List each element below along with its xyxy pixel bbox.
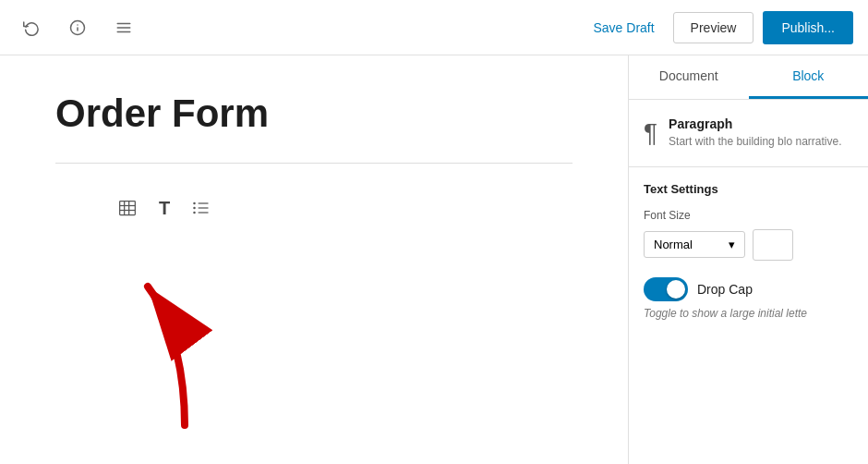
drop-cap-hint: Toggle to show a large initial lette — [644, 307, 853, 320]
editor-area: Order Form T — [0, 55, 628, 464]
info-button[interactable] — [61, 11, 94, 44]
block-desc: Start with the building blo narrative. — [669, 134, 841, 150]
svg-point-16 — [193, 212, 196, 214]
drop-cap-label: Drop Cap — [697, 282, 753, 297]
paragraph-icon: ¶ — [644, 118, 657, 148]
undo-button[interactable] — [15, 11, 48, 44]
page-title: Order Form — [55, 92, 573, 135]
font-size-label: Font Size — [644, 209, 853, 222]
text-settings-section: Text Settings Font Size Normal ▾ Drop Ca… — [629, 167, 868, 335]
list-icon-button[interactable] — [185, 191, 218, 225]
publish-button[interactable]: Publish... — [763, 11, 853, 44]
tab-document[interactable]: Document — [629, 55, 749, 99]
tab-block[interactable]: Block — [749, 55, 869, 99]
font-size-chevron-icon: ▾ — [729, 238, 735, 251]
top-bar: Save Draft Preview Publish... — [0, 0, 868, 55]
font-size-value: Normal — [654, 238, 693, 251]
toggle-knob — [667, 280, 685, 299]
block-name: Paragraph — [669, 116, 841, 131]
editor-divider — [55, 163, 573, 164]
menu-button[interactable] — [107, 11, 140, 44]
block-info-text: Paragraph Start with the building blo na… — [669, 116, 841, 150]
font-size-select[interactable]: Normal ▾ — [644, 231, 745, 258]
drop-cap-row: Drop Cap — [644, 277, 853, 301]
font-size-row: Normal ▾ — [644, 229, 853, 261]
save-draft-button[interactable]: Save Draft — [584, 15, 663, 41]
drop-cap-toggle[interactable] — [644, 277, 688, 301]
red-arrow — [92, 250, 277, 434]
main-layout: Order Form T — [0, 55, 868, 464]
text-icon-button[interactable]: T — [148, 191, 181, 225]
table-icon-button[interactable] — [111, 191, 144, 225]
block-toolbar: T — [111, 191, 628, 225]
text-settings-title: Text Settings — [644, 182, 853, 196]
block-info: ¶ Paragraph Start with the building blo … — [629, 100, 868, 167]
top-bar-left — [15, 11, 140, 44]
sidebar-tabs: Document Block — [629, 55, 868, 100]
top-bar-right: Save Draft Preview Publish... — [584, 11, 853, 44]
font-size-custom-input[interactable] — [753, 229, 793, 261]
svg-rect-6 — [120, 201, 136, 215]
svg-point-14 — [193, 202, 196, 205]
preview-button[interactable]: Preview — [673, 12, 754, 43]
svg-point-15 — [193, 207, 196, 210]
sidebar: Document Block ¶ Paragraph Start with th… — [628, 55, 868, 464]
